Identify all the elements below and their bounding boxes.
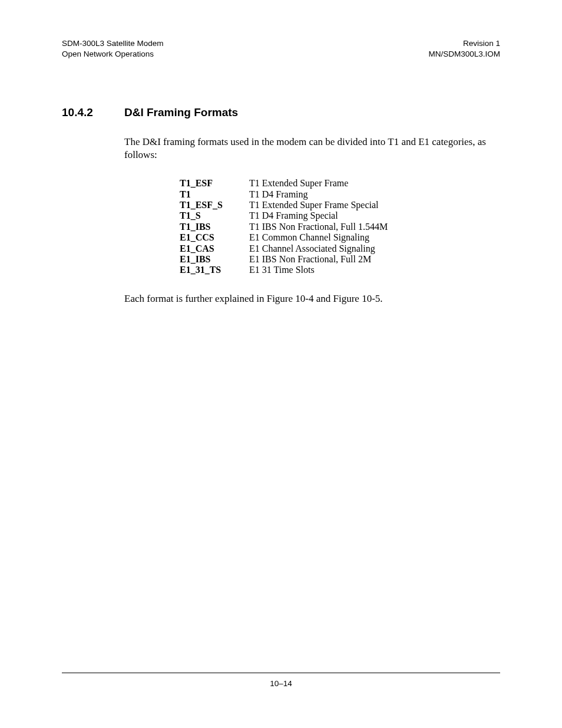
format-table: T1_ESF T1 Extended Super Frame T1 T1 D4 … <box>180 178 500 276</box>
header-left: SDM-300L3 Satellite Modem Open Network O… <box>62 38 164 59</box>
page-header: SDM-300L3 Satellite Modem Open Network O… <box>62 38 500 59</box>
format-key: T1 <box>180 189 249 200</box>
format-description: T1 D4 Framing Special <box>249 210 500 221</box>
table-row: E1_CAS E1 Channel Associated Signaling <box>180 243 500 254</box>
table-row: E1_CCS E1 Common Channel Signaling <box>180 232 500 243</box>
table-row: T1_ESF_S T1 Extended Super Frame Special <box>180 200 500 210</box>
format-description: T1 Extended Super Frame Special <box>249 200 500 210</box>
header-doc-id: MN/SDM300L3.IOM <box>428 49 500 60</box>
format-description: E1 IBS Non Fractional, Full 2M <box>249 254 500 265</box>
closing-paragraph: Each format is further explained in Figu… <box>124 292 500 305</box>
table-row: T1_ESF T1 Extended Super Frame <box>180 178 500 189</box>
section-number: 10.4.2 <box>62 106 124 119</box>
footer-divider <box>62 673 500 673</box>
header-subtitle: Open Network Operations <box>62 49 164 60</box>
format-description: E1 31 Time Slots <box>249 265 500 275</box>
table-row: T1 T1 D4 Framing <box>180 189 500 200</box>
header-right: Revision 1 MN/SDM300L3.IOM <box>428 38 500 59</box>
format-description: E1 Channel Associated Signaling <box>249 243 500 254</box>
format-description: T1 IBS Non Fractional, Full 1.544M <box>249 222 500 232</box>
format-description: E1 Common Channel Signaling <box>249 232 500 243</box>
page-number: 10–14 <box>62 679 500 688</box>
section-title: D&I Framing Formats <box>124 106 238 119</box>
format-key: E1_CAS <box>180 243 249 254</box>
format-key: T1_S <box>180 210 249 221</box>
header-revision: Revision 1 <box>428 38 500 49</box>
header-product-name: SDM-300L3 Satellite Modem <box>62 38 164 49</box>
format-description: T1 D4 Framing <box>249 189 500 200</box>
section-heading: 10.4.2 D&I Framing Formats <box>62 106 500 119</box>
document-page: SDM-300L3 Satellite Modem Open Network O… <box>0 0 562 728</box>
table-row: T1_S T1 D4 Framing Special <box>180 210 500 221</box>
format-key: E1_CCS <box>180 232 249 243</box>
format-key: E1_IBS <box>180 254 249 265</box>
format-key: T1_IBS <box>180 222 249 232</box>
format-key: T1_ESF <box>180 178 249 189</box>
page-footer: 10–14 <box>62 673 500 688</box>
table-row: E1_IBS E1 IBS Non Fractional, Full 2M <box>180 254 500 265</box>
intro-paragraph: The D&I framing formats used in the mode… <box>124 136 500 162</box>
format-description: T1 Extended Super Frame <box>249 178 500 189</box>
table-row: E1_31_TS E1 31 Time Slots <box>180 265 500 275</box>
table-row: T1_IBS T1 IBS Non Fractional, Full 1.544… <box>180 222 500 232</box>
format-key: T1_ESF_S <box>180 200 249 210</box>
format-key: E1_31_TS <box>180 265 249 275</box>
